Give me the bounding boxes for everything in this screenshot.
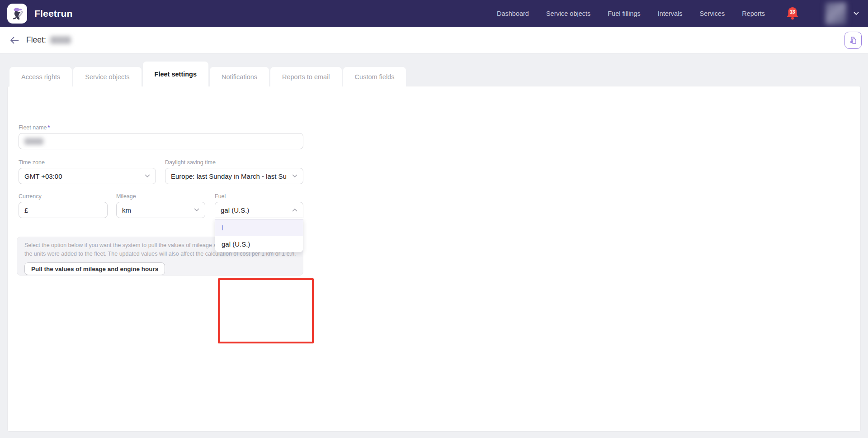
time-zone-label: Time zone (19, 159, 156, 166)
fuel-field: Fuel gal (U.S.) (215, 193, 303, 218)
page-title: Fleet: (26, 35, 71, 45)
nav-item-service-objects[interactable]: Service objects (546, 10, 590, 17)
main-nav: Dashboard Service objects Fuel fillings … (497, 10, 765, 17)
fuel-option-liters[interactable]: l (215, 219, 303, 236)
time-zone-select[interactable]: GMT +03:00 (19, 168, 156, 184)
currency-field: Currency (19, 193, 108, 218)
tab-service-objects[interactable]: Service objects (73, 67, 141, 86)
fuel-dropdown-menu: l gal (U.S.) (215, 219, 303, 252)
brand-home-link[interactable]: Fleetrun (7, 4, 72, 24)
nav-item-services[interactable]: Services (700, 10, 725, 17)
user-menu-chevron-icon[interactable] (854, 12, 859, 15)
fleet-name-field: Fleet name* (19, 124, 303, 149)
page-title-text: Fleet: (26, 35, 46, 45)
daylight-saving-label: Daylight saving time (165, 159, 303, 166)
nav-item-dashboard[interactable]: Dashboard (497, 10, 529, 17)
fleetrun-app: Fleetrun Dashboard Service objects Fuel … (0, 0, 868, 438)
fuel-select[interactable]: gal (U.S.) (215, 202, 303, 218)
currency-label: Currency (19, 193, 108, 200)
time-zone-field: Time zone GMT +03:00 (19, 159, 156, 184)
highlight-rectangle (218, 278, 314, 343)
mileage-select[interactable]: km (116, 202, 205, 218)
page-header: Fleet: (0, 27, 868, 53)
daylight-saving-select[interactable]: Europe: last Sunday in March - last Sund… (165, 168, 303, 184)
chevron-up-icon (292, 208, 297, 212)
notifications-button[interactable]: 13 (786, 6, 799, 21)
chevron-down-icon (292, 174, 297, 178)
nav-item-intervals[interactable]: Intervals (658, 10, 683, 17)
required-asterisk: * (48, 124, 50, 131)
tab-access-rights[interactable]: Access rights (9, 67, 72, 86)
tab-custom-fields[interactable]: Custom fields (343, 67, 406, 86)
chevron-down-icon (145, 174, 150, 178)
tab-fleet-settings[interactable]: Fleet settings (143, 62, 208, 86)
tab-reports-to-email[interactable]: Reports to email (270, 67, 342, 86)
copy-fleet-button[interactable] (844, 32, 862, 49)
nav-item-fuel-fillings[interactable]: Fuel fillings (608, 10, 641, 17)
fuel-label: Fuel (215, 193, 303, 200)
redacted-fleet-name-value (24, 138, 43, 145)
mileage-label: Mileage (116, 193, 205, 200)
fuel-option-gal-us[interactable]: gal (U.S.) (215, 236, 303, 252)
pull-values-button[interactable]: Pull the values of mileage and engine ho… (24, 262, 165, 275)
redacted-fleet-name (50, 36, 71, 44)
top-navbar: Fleetrun Dashboard Service objects Fuel … (0, 0, 868, 27)
tab-bar: Access rights Service objects Fleet sett… (9, 62, 407, 86)
notification-count-badge: 13 (790, 9, 795, 14)
fleetrun-logo-icon (7, 4, 27, 24)
mileage-field: Mileage km (116, 193, 205, 218)
user-avatar[interactable] (826, 2, 846, 25)
currency-input[interactable] (19, 202, 108, 218)
tab-notifications[interactable]: Notifications (210, 67, 269, 86)
fleet-settings-panel: Fleet name* Time zone GMT +03:00 Dayligh… (7, 86, 861, 432)
fleet-name-input[interactable] (19, 133, 303, 149)
redacted-avatar-image (826, 2, 846, 25)
daylight-saving-field: Daylight saving time Europe: last Sunday… (165, 159, 303, 184)
nav-item-reports[interactable]: Reports (742, 10, 765, 17)
back-arrow-icon[interactable] (10, 37, 19, 44)
chevron-down-icon (194, 208, 199, 212)
brand-name: Fleetrun (34, 8, 72, 19)
copy-icon (849, 36, 858, 45)
fleet-name-label: Fleet name* (19, 124, 303, 131)
